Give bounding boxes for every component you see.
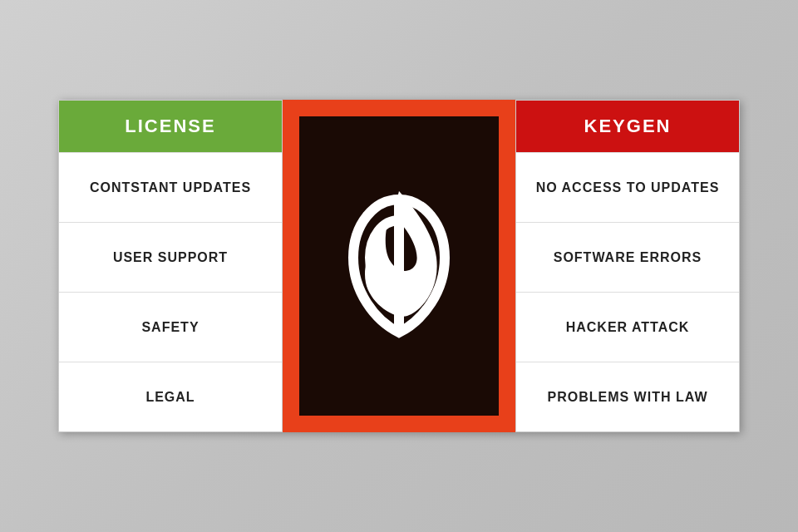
adobe-logo-box xyxy=(299,116,499,416)
license-column: LICENSE CONTSTANT UPDATES USER SUPPORT S… xyxy=(58,100,283,432)
keygen-column: KEYGEN NO ACCESS TO UPDATES SOFTWARE ERR… xyxy=(515,100,740,432)
keygen-header: KEYGEN xyxy=(516,101,739,152)
license-header: LICENSE xyxy=(59,101,282,152)
main-container: LICENSE CONTSTANT UPDATES USER SUPPORT S… xyxy=(58,100,740,432)
license-item-4: LEGAL xyxy=(59,362,282,431)
keygen-item-1: NO ACCESS TO UPDATES xyxy=(516,152,739,222)
license-item-1: CONTSTANT UPDATES xyxy=(59,152,282,222)
center-logo-column xyxy=(283,100,515,432)
adobe-acrobat-icon xyxy=(324,175,474,357)
license-item-3: SAFETY xyxy=(59,292,282,362)
keygen-item-3: HACKER ATTACK xyxy=(516,292,739,362)
license-item-2: USER SUPPORT xyxy=(59,222,282,292)
keygen-item-4: PROBLEMS WITH LAW xyxy=(516,362,739,431)
keygen-item-2: SOFTWARE ERRORS xyxy=(516,222,739,292)
